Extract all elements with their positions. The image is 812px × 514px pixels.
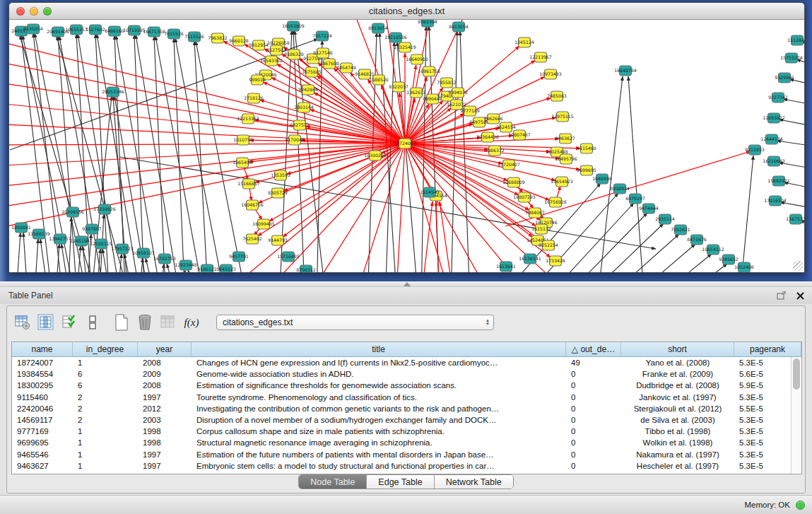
graph-node[interactable]: 1245124 — [514, 37, 534, 47]
graph-node[interactable]: 12213363 — [237, 114, 259, 124]
graph-node[interactable]: 17016504 — [764, 196, 787, 206]
graph-node[interactable]: 13942757 — [49, 234, 71, 244]
graph-node[interactable]: 12444134 — [760, 134, 783, 144]
delete-table-icon[interactable] — [136, 314, 153, 331]
minimize-window-button[interactable] — [30, 7, 38, 16]
graph-node[interactable]: 16046756 — [241, 200, 264, 210]
graph-node[interactable]: 7984067 — [525, 208, 545, 218]
graph-node[interactable]: 9463627 — [555, 134, 575, 144]
tab-network-table[interactable]: Network Table — [435, 475, 513, 489]
tab-edge-table[interactable]: Edge Table — [367, 475, 434, 489]
table-row[interactable]: 911546021997Tourette syndrome. Phenomeno… — [12, 392, 801, 403]
graph-node[interactable]: 8305729 — [268, 188, 288, 198]
network-table-select[interactable]: citations_edges.txt ▲▼ — [216, 315, 494, 330]
table-row[interactable]: 1872400712008Changes of HCN gene express… — [12, 357, 801, 368]
graph-node[interactable]: 7625402 — [242, 234, 262, 244]
table-vertical-scrollbar[interactable] — [791, 357, 801, 474]
graph-node[interactable]: 8613054 — [449, 22, 469, 32]
graph-node[interactable]: 13325419 — [394, 42, 416, 52]
graph-node[interactable]: 1613641 — [496, 262, 516, 271]
tab-node-table[interactable]: Node Table — [299, 475, 367, 489]
graph-node[interactable]: 17957223 — [111, 244, 134, 254]
graph-node[interactable]: 2935114 — [655, 214, 675, 224]
graph-node[interactable]: 8706312 — [296, 265, 316, 272]
network-canvas[interactable]: 7963822966012889129541822605891275031654… — [9, 20, 804, 272]
column-header-year[interactable]: year — [138, 342, 192, 356]
graph-node[interactable]: 20206556 — [61, 207, 84, 217]
graph-node[interactable]: 6479197 — [625, 194, 645, 204]
graph-node[interactable]: 1640994 — [592, 174, 612, 184]
graph-node[interactable]: 9227342 — [768, 93, 788, 103]
import-table-icon[interactable] — [160, 314, 177, 331]
graph-node[interactable]: 16671358 — [143, 27, 165, 37]
graph-node[interactable]: 8322037 — [389, 82, 408, 92]
column-header-title[interactable]: title — [192, 342, 566, 356]
graph-node[interactable]: 11568139 — [28, 229, 50, 239]
resize-grip[interactable] — [793, 261, 803, 271]
column-header-name[interactable]: name — [12, 342, 73, 356]
graph-node[interactable]: 1615132 — [531, 224, 551, 234]
graph-node[interactable]: 7832621 — [671, 225, 690, 235]
graph-node[interactable]: 1353593 — [271, 170, 290, 180]
close-window-button[interactable] — [16, 7, 25, 16]
table-row[interactable]: 1456911722003Disruption of a novel membe… — [12, 414, 801, 426]
graph-node[interactable]: 1052408 — [734, 262, 754, 272]
graph-node[interactable]: 16053809 — [282, 21, 305, 31]
graph-node[interactable]: 16136141 — [519, 254, 541, 264]
graph-node[interactable]: 18807293 — [513, 192, 536, 202]
panel-divider-grip[interactable] — [404, 282, 411, 286]
graph-node[interactable]: 16543382 — [260, 56, 283, 66]
graph-node[interactable]: 12213967 — [529, 52, 552, 62]
graph-node[interactable]: 10958107 — [132, 248, 155, 258]
column-header-in_degree[interactable]: in_degree — [73, 342, 138, 356]
graph-node[interactable]: 10688809 — [502, 177, 525, 187]
window-titlebar[interactable]: citations_edges.txt — [9, 3, 804, 20]
graph-node[interactable]: 19218586 — [384, 33, 407, 42]
graph-node[interactable]: 8938924 — [610, 184, 630, 194]
table-row[interactable]: 1938455462009Genome-wide association stu… — [12, 368, 801, 380]
graph-node[interactable]: 7955812 — [437, 78, 457, 88]
graph-node[interactable]: 12975115 — [551, 112, 574, 122]
graph-node[interactable]: 10719195 — [123, 25, 146, 35]
graph-node[interactable]: 15720407 — [498, 160, 520, 170]
graph-node[interactable]: 9329966 — [775, 73, 794, 83]
graph-node[interactable]: 1588520 — [369, 75, 389, 85]
graph-node[interactable]: 7986372 — [485, 146, 505, 156]
function-builder-icon[interactable]: f(x) — [183, 314, 200, 331]
graph-node[interactable]: 16210643 — [763, 156, 785, 166]
graph-node[interactable]: 7615526 — [164, 29, 184, 39]
graph-node[interactable]: 9115460 — [577, 144, 596, 153]
graph-node[interactable]: 9245652 — [719, 255, 739, 264]
table-row[interactable]: 977716911998Corpus callosum shape and si… — [12, 426, 801, 437]
graph-node[interactable]: 10807487 — [508, 130, 531, 140]
graph-node[interactable]: 12923448 — [175, 260, 197, 270]
show-column-icon[interactable] — [37, 314, 54, 331]
table-row[interactable]: 2242004622012Investigating the contribut… — [12, 403, 801, 414]
graph-node[interactable]: 19654923 — [551, 177, 573, 187]
graph-node[interactable]: 1167533 — [786, 214, 804, 224]
graph-node[interactable]: 16648784 — [614, 66, 637, 76]
graph-node[interactable]: 15692921 — [767, 176, 790, 186]
table-settings-icon[interactable] — [14, 314, 31, 331]
graph-node[interactable]: 8471676 — [687, 235, 707, 245]
column-header-out_de[interactable]: △ out_de… — [566, 342, 621, 356]
graph-node[interactable]: 8561304 — [418, 20, 437, 27]
graph-node[interactable]: 12505115 — [90, 239, 112, 249]
graph-node[interactable]: 9127503 — [266, 45, 286, 55]
graph-node[interactable]: 1733426 — [546, 256, 565, 266]
graph-node[interactable]: 8813054 — [368, 23, 388, 33]
float-panel-icon[interactable] — [775, 290, 788, 301]
graph-node[interactable]: 17359926 — [93, 204, 116, 214]
graph-node[interactable]: 1010755 — [233, 135, 253, 145]
graph-node[interactable]: 9252254 — [539, 240, 558, 250]
graph-node[interactable]: 16782753 — [153, 254, 176, 264]
graph-node[interactable]: 7485063 — [547, 91, 567, 101]
graph-node[interactable]: 9474444 — [639, 204, 659, 214]
graph-node[interactable]: 9699695 — [577, 165, 596, 175]
graph-node[interactable]: 6486160 — [105, 26, 124, 36]
column-header-short[interactable]: short — [621, 342, 734, 356]
column-header-pagerank[interactable]: pagerank — [734, 342, 801, 356]
table-row[interactable]: 969969511998Structural magnetic resonanc… — [12, 437, 801, 448]
table-row[interactable]: 946362711997Embryonic stem cells: a mode… — [12, 460, 801, 472]
graph-node[interactable]: 7515526 — [184, 32, 204, 42]
